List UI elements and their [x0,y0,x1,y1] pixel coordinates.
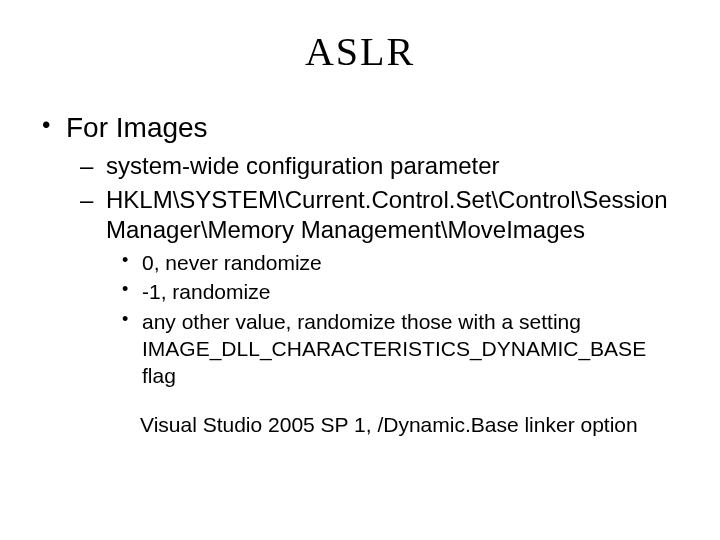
slide: ASLR For Images system-wide configuratio… [0,0,720,540]
bullet-level2: system-wide configuration parameter [80,151,680,181]
slide-title: ASLR [0,28,720,75]
bullet-level2: HKLM\SYSTEM\Current.Control.Set\Control\… [80,185,680,245]
bullet-level3: -1, randomize [120,278,680,305]
bullet-level1: For Images [40,110,680,145]
bullet-level3: 0, never randomize [120,249,680,276]
footnote-text: Visual Studio 2005 SP 1, /Dynamic.Base l… [140,411,680,438]
bullet-level3: any other value, randomize those with a … [120,308,680,390]
slide-body: For Images system-wide configuration par… [40,110,680,439]
